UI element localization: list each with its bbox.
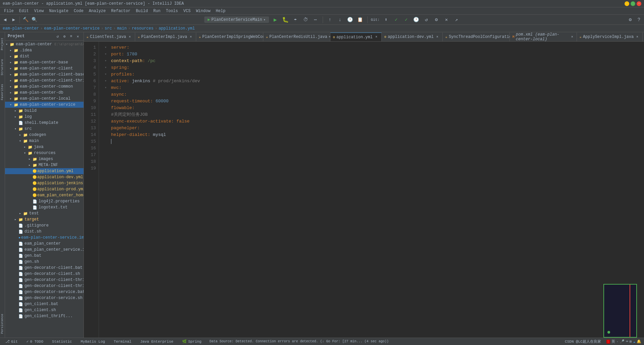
- tab-sync-thread-pool[interactable]: ☕ SyncThreadPoolConfiguration.java ×: [443, 33, 510, 41]
- tab-pom-xml[interactable]: M pom.xml (eam-plan-center-local) ×: [510, 33, 577, 41]
- toolbar-help[interactable]: ?: [635, 16, 643, 23]
- left-tab-structure[interactable]: Structure: [0, 55, 5, 80]
- tree-item-gen-dec-service-sh[interactable]: 📄 gen-decorator-service.sh: [5, 295, 84, 301]
- toolbar-forward[interactable]: ▶: [10, 16, 17, 23]
- menu-analyze[interactable]: Analyze: [86, 8, 108, 14]
- left-tab-project[interactable]: Project: [0, 34, 5, 54]
- tab-close-apply[interactable]: ×: [635, 35, 640, 39]
- breadcrumb-service[interactable]: eam-plan-center-service: [44, 26, 100, 31]
- debug-button[interactable]: 🐛: [282, 16, 289, 23]
- bottom-tab-terminal[interactable]: Terminal: [110, 339, 136, 344]
- tab-spring-web-controller[interactable]: ☕ PlanCenterImplSpringWebController.java…: [196, 33, 263, 41]
- project-close-btn[interactable]: ✕: [75, 33, 81, 39]
- tab-global-config[interactable]: ☕ GlobalConfig.java ×: [643, 33, 644, 41]
- tab-close-application-yml[interactable]: ×: [374, 35, 379, 40]
- tree-item-client-thrifty[interactable]: ▸ 📁 eam-plan-center-client-thrifty: [5, 78, 84, 84]
- tree-item-base[interactable]: ▸ 📁 eam-plan-center-base: [5, 59, 84, 65]
- tab-plan-center-impl[interactable]: ☕ PlanCenterImpl.java ×: [135, 33, 196, 41]
- tree-item-iml[interactable]: ● eam-plan-center-service.iml: [5, 235, 84, 241]
- toolbar-back[interactable]: ◀: [1, 16, 9, 23]
- breadcrumb-src[interactable]: src: [105, 26, 112, 31]
- tree-item-client[interactable]: ▸ 📁 eam-plan-center-client: [5, 65, 84, 71]
- menu-window[interactable]: Window: [193, 8, 213, 14]
- minimize-button[interactable]: ─: [625, 1, 629, 6]
- tab-apply-service-impl[interactable]: ☕ ApplyServiceImpl.java ×: [577, 33, 643, 41]
- run-button[interactable]: ▶: [272, 16, 279, 23]
- tree-item-eam-homepage[interactable]: 🟡 eam_plan_center_homepa...: [5, 192, 84, 198]
- tree-item-gen-dec-client-thrifty-sh[interactable]: 📄 gen-decorator-client-thrifty.sh: [5, 283, 84, 289]
- tree-item-application-dev-yml[interactable]: 🟡 application-dev.yml: [5, 174, 84, 180]
- toolbar-git-action[interactable]: ↺: [423, 16, 430, 23]
- tree-item-client-base[interactable]: ▸ 📁 eam-plan-center-client-base: [5, 71, 84, 78]
- tree-item-common[interactable]: ▸ 📁 eam-plan-center-common: [5, 84, 84, 90]
- tree-item-meta-inf[interactable]: ▸ 📁 META-INF: [5, 162, 84, 168]
- toolbar-git-arrow[interactable]: ↗: [453, 16, 460, 23]
- tree-item-shell[interactable]: 📄 shell.template: [5, 120, 84, 126]
- tree-item-service[interactable]: ▾ 📁 eam-plan-center-service: [5, 102, 84, 108]
- tab-close-plan-center-impl[interactable]: ×: [189, 35, 193, 39]
- breadcrumb-root[interactable]: eam-plan-center: [3, 26, 39, 31]
- toolbar-vcs-annotate[interactable]: 📋: [357, 16, 364, 23]
- tree-item-logo[interactable]: 📄 logotext.txt: [5, 204, 84, 210]
- menu-help[interactable]: Help: [213, 8, 228, 14]
- menu-file[interactable]: File: [1, 8, 16, 14]
- tree-item-dist[interactable]: ▸ 📁 dist: [5, 53, 84, 59]
- tab-close-application-dev-yml[interactable]: ×: [435, 35, 440, 39]
- menu-refactor[interactable]: Refactor: [108, 8, 133, 14]
- menu-navigate[interactable]: Navigate: [46, 8, 71, 14]
- run-config-selector[interactable]: ▶ PlanCenterServiceMain ▾: [204, 16, 269, 23]
- bottom-tab-statistic[interactable]: Statistic: [48, 339, 76, 344]
- tree-item-main[interactable]: ▾ 📁 main: [5, 138, 84, 144]
- tree-item-idea[interactable]: ▸ 📁 .idea: [5, 47, 84, 53]
- project-sync-btn[interactable]: ↺: [55, 33, 61, 39]
- tree-item-eam-service-in[interactable]: 📄 eam_plan_center_service.in: [5, 247, 84, 253]
- tree-item-resources[interactable]: ▾ 📁 resources: [5, 150, 84, 156]
- tree-item-gen-client-thrift[interactable]: 📄 gen_client_thrift...: [5, 313, 84, 319]
- bottom-tab-git[interactable]: ⎇ Git: [1, 339, 22, 344]
- tree-item-gen-dec-client-bat[interactable]: 📄 gen-decorator-client.bat: [5, 265, 84, 271]
- toolbar-vcs-update[interactable]: ↓: [336, 16, 344, 23]
- bottom-tab-spring[interactable]: 🌿 Spring: [178, 339, 206, 344]
- bottom-tab-java-enterprise[interactable]: Java Enterprise: [136, 339, 177, 344]
- breadcrumb-resources[interactable]: resources: [132, 26, 154, 31]
- toolbar-coverage[interactable]: ☂: [292, 16, 299, 23]
- editor-content[interactable]: 1 2 3 4 5 6 7 8 9 10 11 12 13 14 15 16 1…: [84, 42, 644, 338]
- tab-application-yml[interactable]: ⚙ application.yml ×: [330, 33, 382, 41]
- toolbar-profile[interactable]: ⏱: [302, 16, 309, 23]
- menu-code[interactable]: Code: [71, 8, 86, 14]
- toolbar-git-x[interactable]: ✕: [443, 16, 450, 23]
- toolbar-settings[interactable]: ⚙: [627, 16, 634, 23]
- project-settings-btn[interactable]: ≡: [68, 33, 74, 39]
- tab-redis-util[interactable]: ☕ PlanCenterRedisUtil.java ×: [263, 33, 330, 41]
- tree-item-log4j2[interactable]: 📄 log4j2.properties: [5, 198, 84, 204]
- menu-build[interactable]: Build: [133, 8, 151, 14]
- tree-item-src[interactable]: ▾ 📁 src: [5, 126, 84, 132]
- tree-item-gen-dec-service-bat[interactable]: 📄 gen-decorator-service.bat: [5, 289, 84, 295]
- toolbar-more[interactable]: ⋯: [312, 16, 319, 23]
- menu-view[interactable]: View: [32, 8, 47, 14]
- tree-item-application-jenkins-yml[interactable]: 🟡 application-jenkins.yml: [5, 180, 84, 186]
- tree-item-gen-dec-client-sh[interactable]: 📄 gen-decorator-client.sh: [5, 271, 84, 277]
- tree-item-java[interactable]: ▸ 📁 java: [5, 144, 84, 150]
- breadcrumb-main[interactable]: main: [117, 26, 127, 31]
- menu-tools[interactable]: Tools: [163, 8, 181, 14]
- toolbar-git-tick2[interactable]: ✓: [402, 16, 410, 23]
- toolbar-git-clock[interactable]: 🕐: [413, 16, 420, 23]
- tree-item-images[interactable]: ▸ 📁 images: [5, 156, 84, 162]
- tree-item-local[interactable]: ▸ 📁 eam-plan-center-local: [5, 96, 84, 102]
- toolbar-search-everywhere[interactable]: 🔍: [31, 16, 38, 23]
- menu-run[interactable]: Run: [151, 8, 163, 14]
- tree-item-application-yml[interactable]: 🟡 application.yml: [5, 168, 84, 174]
- tab-close-pom[interactable]: ×: [571, 35, 574, 39]
- left-tab-persistence[interactable]: Persistence: [0, 310, 5, 338]
- tab-close-client-test[interactable]: ×: [127, 35, 132, 39]
- tree-item-codegen[interactable]: ▸ 📁 codegen: [5, 132, 84, 138]
- tree-item-gitignore[interactable]: 📄 .gitignore: [5, 223, 84, 229]
- toolbar-git-tick1[interactable]: ✓: [392, 16, 400, 23]
- tree-item-gen-bat[interactable]: 📄 gen.bat: [5, 253, 84, 259]
- tree-item-db[interactable]: ▸ 📁 eam-plan-center-db: [5, 90, 84, 96]
- tree-item-log[interactable]: ▸ 📁 log: [5, 114, 84, 120]
- project-gear-btn[interactable]: ⚙: [61, 33, 67, 39]
- close-button[interactable]: ×: [637, 1, 641, 6]
- tree-item-application-prod-yml[interactable]: 🟡 application-prod.yml: [5, 186, 84, 192]
